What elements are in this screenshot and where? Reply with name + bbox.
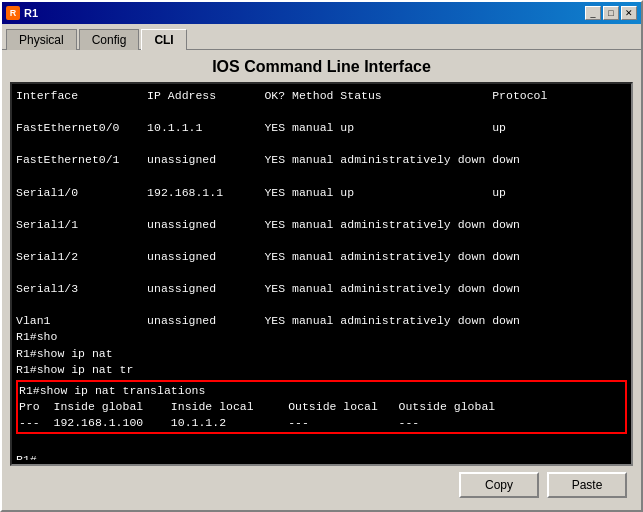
highlighted-section: R1#show ip nat translations Pro Inside g…: [16, 380, 627, 434]
content-area: IOS Command Line Interface Interface IP …: [2, 49, 641, 510]
terminal-line-blank7: [16, 297, 627, 313]
highlight-line-cmd: R1#show ip nat translations: [19, 383, 624, 399]
tab-config[interactable]: Config: [79, 29, 140, 50]
terminal-line-blank3: [16, 168, 627, 184]
title-bar: R R1 _ □ ✕: [2, 2, 641, 24]
highlight-line-header: Pro Inside global Inside local Outside l…: [19, 399, 624, 415]
terminal-line-fe00: FastEthernet0/0 10.1.1.1 YES manual up u…: [16, 120, 627, 136]
terminal-line-show-ip-nat-tr: R1#show ip nat tr: [16, 362, 627, 378]
terminal-line-s13: Serial1/3 unassigned YES manual administ…: [16, 281, 627, 297]
terminal-line-s12: Serial1/2 unassigned YES manual administ…: [16, 249, 627, 265]
tab-bar: Physical Config CLI: [2, 24, 641, 49]
button-bar: Copy Paste: [10, 466, 633, 502]
close-button[interactable]: ✕: [621, 6, 637, 20]
terminal-line-show-ip-nat: R1#show ip nat: [16, 346, 627, 362]
terminal-line-s11: Serial1/1 unassigned YES manual administ…: [16, 217, 627, 233]
highlight-line-entry: --- 192.168.1.100 10.1.1.2 --- ---: [19, 415, 624, 431]
terminal-line-vlan1: Vlan1 unassigned YES manual administrati…: [16, 313, 627, 329]
page-title: IOS Command Line Interface: [10, 58, 633, 76]
maximize-button[interactable]: □: [603, 6, 619, 20]
copy-button[interactable]: Copy: [459, 472, 539, 498]
tab-physical[interactable]: Physical: [6, 29, 77, 50]
paste-button[interactable]: Paste: [547, 472, 627, 498]
terminal-line-blank2: [16, 136, 627, 152]
terminal-line-blank8: [16, 436, 627, 452]
terminal-prompt: R1#: [16, 452, 627, 460]
terminal-line-s10: Serial1/0 192.168.1.1 YES manual up up: [16, 185, 627, 201]
terminal-line-blank5: [16, 233, 627, 249]
terminal-line-header: Interface IP Address OK? Method Status P…: [16, 88, 627, 104]
terminal-line-blank1: [16, 104, 627, 120]
main-window: R R1 _ □ ✕ Physical Config CLI IOS Comma…: [0, 0, 643, 512]
tab-cli[interactable]: CLI: [141, 29, 186, 50]
terminal-line-fe01: FastEthernet0/1 unassigned YES manual ad…: [16, 152, 627, 168]
terminal-line-blank6: [16, 265, 627, 281]
title-bar-controls: _ □ ✕: [585, 6, 637, 20]
terminal-line-blank4: [16, 201, 627, 217]
terminal-scroll[interactable]: Interface IP Address OK? Method Status P…: [16, 88, 627, 460]
window-icon: R: [6, 6, 20, 20]
minimize-button[interactable]: _: [585, 6, 601, 20]
terminal-line-sho: R1#sho: [16, 329, 627, 345]
window-title: R1: [24, 7, 38, 19]
terminal-container[interactable]: Interface IP Address OK? Method Status P…: [10, 82, 633, 466]
